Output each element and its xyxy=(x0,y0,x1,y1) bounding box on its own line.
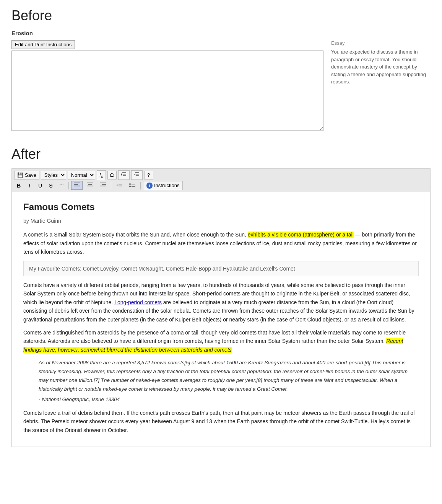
paragraph-3: Comets are distinguished from asteroids … xyxy=(23,328,419,354)
svg-marker-3 xyxy=(121,173,122,176)
toolbar-row-2: B I U S "" xyxy=(14,181,428,190)
before-right: Essay You are expected to discuss a them… xyxy=(331,40,431,131)
caption-box: My Favourite Comets: Comet Lovejoy, Come… xyxy=(23,261,419,276)
styles-select[interactable]: Styles xyxy=(41,171,66,179)
indent-increase-icon xyxy=(121,172,127,177)
svg-marker-7 xyxy=(134,173,135,176)
strikethrough-button[interactable]: S xyxy=(46,181,55,190)
align-center-button[interactable] xyxy=(84,181,96,190)
blockquote: As of November 2008 there are a reported… xyxy=(39,359,419,404)
align-right-icon xyxy=(99,182,106,188)
before-left: Edit and Print Instructions xyxy=(11,40,323,131)
blockquote-text: As of November 2008 there are a reported… xyxy=(39,360,408,392)
doc-title: Famous Comets xyxy=(23,200,419,214)
unordered-list-icon xyxy=(129,182,136,188)
indent-decrease-button[interactable] xyxy=(131,170,143,180)
doc-author: by Martie Guinn xyxy=(23,217,419,225)
italic-button[interactable]: I xyxy=(25,181,34,190)
align-right-button[interactable] xyxy=(97,181,109,190)
toolbar: 💾 Save Styles Normal Ix Ω xyxy=(12,169,430,192)
unordered-list-button[interactable] xyxy=(127,181,138,190)
para3-pre: Comets are distinguished from asteroids … xyxy=(23,329,406,344)
blockquote-source: - National Geographic, Issue 13304 xyxy=(39,395,419,404)
edit-print-button[interactable]: Edit and Print Instructions xyxy=(11,40,75,49)
long-period-link[interactable]: Long-period comets xyxy=(114,299,162,305)
info-circle-icon: i xyxy=(146,183,153,189)
save-label: Save xyxy=(25,172,36,178)
toolbar-separator-1 xyxy=(68,182,69,189)
essay-textarea[interactable] xyxy=(11,51,323,131)
indent-decrease-icon xyxy=(134,172,140,177)
after-section: After 💾 Save Styles Normal Ix Ω xyxy=(11,146,431,447)
toolbar-separator-2 xyxy=(111,182,111,189)
editor-container: 💾 Save Styles Normal Ix Ω xyxy=(11,168,431,447)
para1-pre: A comet is a Small Solar System Body tha… xyxy=(23,232,248,238)
before-content: Edit and Print Instructions Essay You ar… xyxy=(11,40,431,131)
save-button[interactable]: 💾 Save xyxy=(14,171,39,179)
italic-x-button[interactable]: Ix xyxy=(97,170,106,180)
essay-description: You are expected to discuss a theme in p… xyxy=(331,48,431,86)
toolbar-row-1: 💾 Save Styles Normal Ix Ω xyxy=(14,170,428,180)
bold-button[interactable]: B xyxy=(14,181,23,190)
align-center-icon xyxy=(86,182,93,188)
omega-button[interactable]: Ω xyxy=(107,171,117,179)
align-left-button[interactable] xyxy=(71,181,83,190)
svg-point-20 xyxy=(129,183,131,185)
ordered-list-icon: 1. xyxy=(116,182,123,188)
paragraph-1: A comet is a Small Solar System Body tha… xyxy=(23,230,419,256)
normal-select[interactable]: Normal xyxy=(68,171,95,179)
paragraph-2: Comets have a variety of different orbit… xyxy=(23,281,419,324)
caption-text: My Favourite Comets: Comet Lovejoy, Come… xyxy=(29,266,295,272)
toolbar-separator-3 xyxy=(140,182,141,189)
underline-button[interactable]: U xyxy=(36,181,45,190)
editor-content[interactable]: Famous Comets by Martie Guinn A comet is… xyxy=(12,192,430,447)
para1-highlight: exhibits a visible coma (atmosphere) or … xyxy=(248,232,354,238)
instructions-button[interactable]: i Instructions xyxy=(143,181,183,190)
help-button[interactable]: ? xyxy=(144,171,153,179)
before-section: Before Erosion Edit and Print Instructio… xyxy=(11,8,431,131)
svg-point-21 xyxy=(129,186,131,187)
save-icon: 💾 xyxy=(17,172,23,178)
erosion-label: Erosion xyxy=(11,30,431,36)
instructions-label: Instructions xyxy=(154,183,179,188)
before-title: Before xyxy=(11,8,431,24)
after-title: After xyxy=(11,146,431,162)
ordered-list-button[interactable]: 1. xyxy=(114,181,125,190)
align-left-icon xyxy=(73,182,80,188)
essay-type-label: Essay xyxy=(331,40,431,46)
blockquote-button[interactable]: "" xyxy=(57,181,66,190)
paragraph-4: Comets leave a trail of debris behind th… xyxy=(23,409,419,434)
indent-increase-button[interactable] xyxy=(118,170,130,180)
